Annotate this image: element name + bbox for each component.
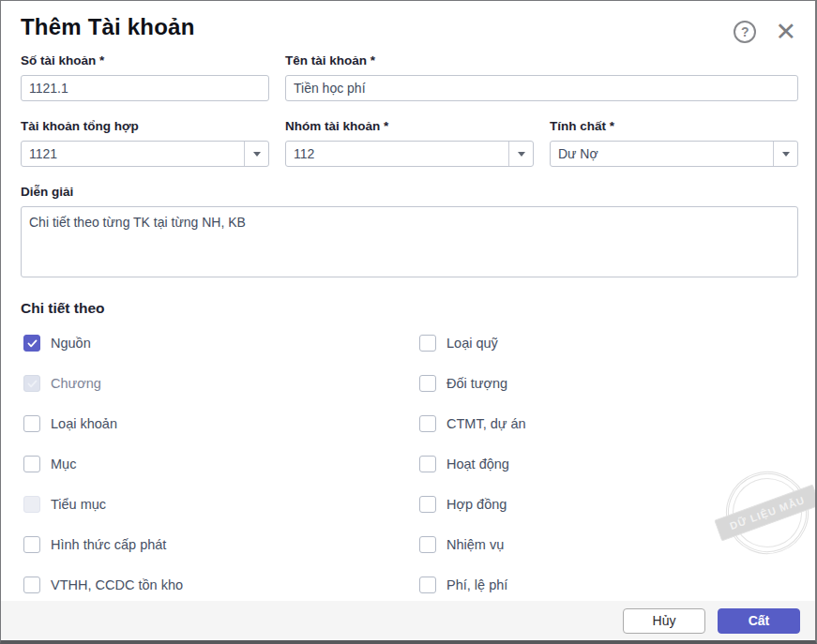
- checkbox-row: VTHH, CCDC tồn kho: [21, 577, 416, 593]
- checkbox-label: Hình thức cấp phát: [51, 537, 166, 552]
- checkbox-label: Hợp đồng: [446, 497, 507, 512]
- account-group-select[interactable]: 112: [285, 141, 534, 167]
- add-account-dialog: Thêm Tài khoản ? ✕ Số tài khoản * Tên tà…: [0, 0, 817, 644]
- checkbox[interactable]: [419, 577, 436, 593]
- checkbox-row: Phí, lệ phí: [416, 577, 798, 593]
- detail-section-title: Chi tiết theo: [21, 300, 798, 317]
- chevron-down-icon[interactable]: [508, 142, 533, 166]
- general-account-label: Tài khoản tổng hợp: [21, 119, 269, 133]
- checkbox: [23, 375, 40, 392]
- general-account-select[interactable]: 1121: [21, 141, 269, 167]
- checkbox-label: Loại quỹ: [446, 336, 498, 351]
- checkbox-label: Chương: [51, 376, 101, 391]
- description-label: Diễn giải: [21, 185, 798, 199]
- checkbox[interactable]: [419, 415, 436, 432]
- chevron-down-icon[interactable]: [244, 142, 268, 166]
- checkbox-label: Mục: [51, 457, 76, 472]
- field-general-account: Tài khoản tổng hợp 1121: [21, 119, 269, 167]
- checkbox[interactable]: [419, 536, 436, 553]
- checkbox-label: Đối tượng: [446, 376, 507, 391]
- checkbox-label: Hoạt động: [446, 457, 509, 472]
- cancel-button[interactable]: Hủy: [623, 608, 705, 634]
- nature-select[interactable]: Dư Nợ: [550, 141, 798, 167]
- account-group-value: 112: [286, 146, 508, 161]
- dialog-footer: Hủy Cất: [1, 601, 815, 640]
- nature-label: Tính chất *: [550, 119, 798, 133]
- account-name-input[interactable]: [285, 75, 798, 101]
- checkbox-column-right: Loại quỹ Đối tượng CTMT, dự án Hoạt động…: [416, 335, 798, 593]
- checkbox-label: Tiểu mục: [51, 497, 106, 512]
- checkbox-row: Mục: [21, 456, 416, 472]
- account-number-label: Số tài khoản *: [21, 53, 269, 67]
- checkbox-row: Tiểu mục: [21, 496, 416, 513]
- checkbox[interactable]: [23, 335, 40, 352]
- field-nature: Tính chất * Dư Nợ: [550, 119, 798, 167]
- checkbox-row: Hoạt động: [416, 456, 798, 472]
- field-description: Diễn giải Chi tiết theo từng TK tại từng…: [21, 185, 798, 281]
- detail-checkbox-grid: Nguồn Chương Loại khoản Mục Tiểu mục Hìn…: [21, 335, 798, 593]
- checkbox-row: Hình thức cấp phát: [21, 536, 416, 553]
- header-icons: ? ✕: [734, 21, 796, 43]
- nature-value: Dư Nợ: [551, 146, 773, 161]
- form-row-2: Tài khoản tổng hợp 1121 Nhóm tài khoản *…: [21, 119, 798, 167]
- checkbox-row: Đối tượng: [416, 375, 798, 392]
- close-icon[interactable]: ✕: [775, 21, 796, 43]
- checkbox-row: Hợp đồng: [416, 496, 798, 513]
- general-account-value: 1121: [22, 146, 244, 161]
- checkbox-row: Nhiệm vụ: [416, 536, 798, 553]
- field-account-name: Tên tài khoản *: [285, 53, 798, 101]
- checkbox[interactable]: [23, 456, 40, 472]
- checkbox-label: VTHH, CCDC tồn kho: [51, 577, 183, 592]
- checkbox[interactable]: [419, 375, 436, 392]
- checkbox[interactable]: [23, 536, 40, 553]
- dialog-title: Thêm Tài khoản: [21, 14, 195, 40]
- checkbox-column-left: Nguồn Chương Loại khoản Mục Tiểu mục Hìn…: [21, 335, 416, 593]
- checkbox[interactable]: [419, 335, 436, 352]
- checkbox-label: CTMT, dự án: [446, 416, 526, 431]
- checkbox-label: Phí, lệ phí: [446, 577, 507, 592]
- checkbox-row: Loại khoản: [21, 415, 416, 432]
- checkbox-row: Nguồn: [21, 335, 416, 352]
- checkbox-label: Nguồn: [51, 336, 91, 351]
- account-number-input[interactable]: [21, 75, 269, 101]
- checkbox[interactable]: [23, 577, 40, 593]
- checkbox-label: Nhiệm vụ: [446, 537, 504, 552]
- dialog-content: Thêm Tài khoản ? ✕ Số tài khoản * Tên tà…: [1, 1, 815, 601]
- checkbox[interactable]: [419, 456, 436, 472]
- field-account-number: Số tài khoản *: [21, 53, 269, 101]
- form-row-1: Số tài khoản * Tên tài khoản *: [21, 53, 798, 101]
- chevron-down-icon[interactable]: [773, 142, 797, 166]
- checkbox-row: Loại quỹ: [416, 335, 798, 352]
- field-account-group: Nhóm tài khoản * 112: [285, 119, 534, 167]
- account-group-label: Nhóm tài khoản *: [285, 119, 534, 133]
- checkbox-row: Chương: [21, 375, 416, 392]
- help-icon[interactable]: ?: [734, 21, 756, 43]
- dialog-header: Thêm Tài khoản ? ✕: [21, 14, 798, 43]
- account-name-label: Tên tài khoản *: [285, 53, 798, 67]
- checkbox-label: Loại khoản: [51, 416, 117, 431]
- checkbox[interactable]: [23, 415, 40, 432]
- checkbox-row: CTMT, dự án: [416, 415, 798, 432]
- checkbox: [23, 496, 40, 513]
- description-textarea[interactable]: Chi tiết theo từng TK tại từng NH, KB: [21, 206, 798, 277]
- checkbox[interactable]: [419, 496, 436, 513]
- save-button[interactable]: Cất: [718, 608, 800, 634]
